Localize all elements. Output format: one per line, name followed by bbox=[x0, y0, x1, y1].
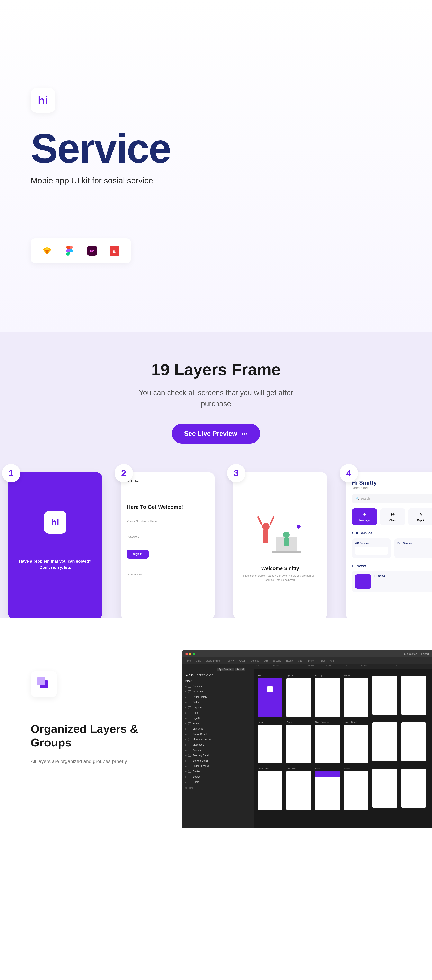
layer-item[interactable]: Order Success bbox=[182, 764, 248, 769]
toolbar-scissors[interactable]: Scissors bbox=[273, 659, 281, 662]
artboard[interactable] bbox=[372, 722, 397, 761]
svg-text:s.: s. bbox=[113, 249, 116, 254]
toolbar-insert[interactable]: Insert bbox=[185, 659, 191, 662]
add-icon[interactable]: + ▾ bbox=[241, 674, 245, 677]
layer-item[interactable]: Sign In bbox=[182, 721, 248, 726]
layer-item[interactable]: Account bbox=[182, 748, 248, 753]
artboard[interactable] bbox=[344, 771, 368, 810]
artboard-group: Payment bbox=[286, 721, 311, 764]
frames-title: 19 Layers Frame bbox=[0, 360, 432, 379]
s4-svc-fan[interactable]: Fan Service bbox=[394, 538, 432, 558]
frames-subtitle: You can check all screens that you will … bbox=[124, 387, 308, 409]
toolbar-mask[interactable]: Mask bbox=[298, 659, 303, 662]
s4-cat-repair[interactable]: ✎Repair bbox=[408, 508, 432, 525]
s4-cat-clean[interactable]: ❋Clean bbox=[380, 508, 405, 525]
layer-item[interactable]: Tracking Detail bbox=[182, 753, 248, 758]
s4-svc-ac[interactable]: AC Service bbox=[352, 538, 391, 558]
artboard[interactable] bbox=[315, 678, 340, 717]
layer-item[interactable]: Service Detail bbox=[182, 758, 248, 764]
artboard-icon bbox=[188, 738, 191, 741]
artboard[interactable] bbox=[315, 725, 340, 764]
artboard[interactable] bbox=[286, 771, 311, 810]
layer-item[interactable]: Guarantee bbox=[182, 689, 248, 694]
screen-num-1: 1 bbox=[2, 464, 21, 482]
layers-icon bbox=[31, 671, 57, 697]
layer-item[interactable]: Payment bbox=[182, 705, 248, 710]
artboard[interactable] bbox=[344, 725, 368, 764]
artboard-icon bbox=[188, 717, 191, 719]
s4-search[interactable]: 🔍 Search bbox=[352, 494, 432, 503]
password-input[interactable]: Password bbox=[127, 532, 209, 541]
artboard-icon bbox=[188, 776, 191, 778]
toolbar-group[interactable]: Group bbox=[239, 659, 246, 662]
phone-email-input[interactable]: Phone Number or Email bbox=[127, 517, 209, 526]
sketch-icon bbox=[41, 245, 53, 257]
layers-tab[interactable]: LAYERS bbox=[185, 674, 194, 677]
layer-item[interactable]: Messages_open bbox=[182, 737, 248, 742]
window-titlebar: ◆ hi.sketch — Edited bbox=[182, 650, 432, 657]
toolbar-edit[interactable]: Edit bbox=[264, 659, 268, 662]
live-preview-button[interactable]: See Live Preview››› bbox=[172, 424, 260, 444]
sync-selected-button[interactable]: Sync Selected bbox=[217, 668, 233, 671]
artboard[interactable] bbox=[372, 769, 397, 808]
frames-section: 19 Layers Frame You can check all screen… bbox=[0, 332, 432, 464]
artboard[interactable] bbox=[258, 678, 282, 717]
artboard-group: Order bbox=[258, 721, 282, 764]
file-title: ◆ hi.sketch — Edited bbox=[404, 652, 429, 655]
ruler-vertical bbox=[248, 669, 254, 828]
signin-button[interactable]: Sign In bbox=[127, 550, 149, 558]
artboard[interactable] bbox=[344, 678, 368, 717]
filter-input[interactable]: ◉ Filter bbox=[182, 785, 248, 791]
layer-item[interactable]: Started bbox=[182, 769, 248, 774]
layer-item[interactable]: Last Order bbox=[182, 726, 248, 732]
toolbar-rotate[interactable]: Rotate bbox=[286, 659, 293, 662]
toolbar-union[interactable]: Uni bbox=[330, 659, 334, 662]
artboard[interactable] bbox=[315, 771, 340, 810]
artboard[interactable] bbox=[286, 678, 311, 717]
toolbar-symbol[interactable]: Create Symbol bbox=[206, 659, 221, 662]
layer-item[interactable]: Comment bbox=[182, 684, 248, 689]
toolbar-zoom[interactable]: ▢ 26% ▾ bbox=[226, 659, 234, 662]
toolbar-data[interactable]: Data bbox=[196, 659, 201, 662]
svg-point-0 bbox=[70, 249, 73, 252]
artboard-icon bbox=[188, 701, 191, 703]
layer-item[interactable]: Sign Up bbox=[182, 716, 248, 721]
components-tab[interactable]: COMPONENTS bbox=[197, 674, 213, 677]
layer-item[interactable]: Order History bbox=[182, 694, 248, 700]
artboard[interactable] bbox=[401, 676, 426, 715]
organized-section: Organized Layers & Groups All layers are… bbox=[0, 617, 432, 828]
s4-news[interactable]: Hi Send bbox=[352, 571, 432, 592]
hero-section: hi Service Mobie app UI kit for sosial s… bbox=[0, 0, 432, 332]
xd-icon: Xd bbox=[86, 245, 98, 257]
back-button[interactable]: ← Hi Fix bbox=[127, 480, 209, 483]
close-icon[interactable] bbox=[185, 653, 188, 655]
toolbar-ungroup[interactable]: Ungroup bbox=[250, 659, 259, 662]
s4-cat-massage[interactable]: ✦Massage bbox=[352, 508, 377, 525]
toolbar-flatten[interactable]: Flatten bbox=[318, 659, 326, 662]
layer-item[interactable]: Messages bbox=[182, 742, 248, 748]
artboard[interactable] bbox=[372, 676, 397, 715]
artboard[interactable] bbox=[258, 725, 282, 764]
artboard[interactable] bbox=[286, 725, 311, 764]
maximize-icon[interactable] bbox=[193, 653, 195, 655]
page-selector[interactable]: Page 1 ▾ bbox=[182, 678, 248, 684]
layer-item[interactable]: Order bbox=[182, 700, 248, 705]
toolbar-scale[interactable]: Scale bbox=[308, 659, 314, 662]
ruler-horizontal: -2.400-2.200-2.000-1.800-1.600-1.400-1.2… bbox=[248, 664, 432, 669]
layer-item[interactable]: Home bbox=[182, 780, 248, 785]
layer-item[interactable]: Profile Detail bbox=[182, 732, 248, 737]
hero-title: Service bbox=[31, 125, 171, 172]
sync-all-button[interactable]: Sync All bbox=[235, 668, 245, 671]
minimize-icon[interactable] bbox=[189, 653, 191, 655]
artboard-icon bbox=[188, 770, 191, 773]
layer-item[interactable]: Home bbox=[182, 710, 248, 716]
layer-item[interactable]: Search bbox=[182, 774, 248, 780]
artboard[interactable] bbox=[401, 722, 426, 761]
hi-logo-text: hi bbox=[38, 94, 48, 107]
artboard[interactable] bbox=[258, 771, 282, 810]
organized-title: Organized Layers & Groups bbox=[31, 722, 157, 749]
sketch-canvas[interactable]: -2.400-2.200-2.000-1.800-1.600-1.400-1.2… bbox=[248, 664, 432, 828]
artboard[interactable] bbox=[401, 769, 426, 808]
artboard-group: Sign Up bbox=[315, 675, 340, 717]
welcome-title: Welcome Smitty bbox=[239, 566, 321, 571]
